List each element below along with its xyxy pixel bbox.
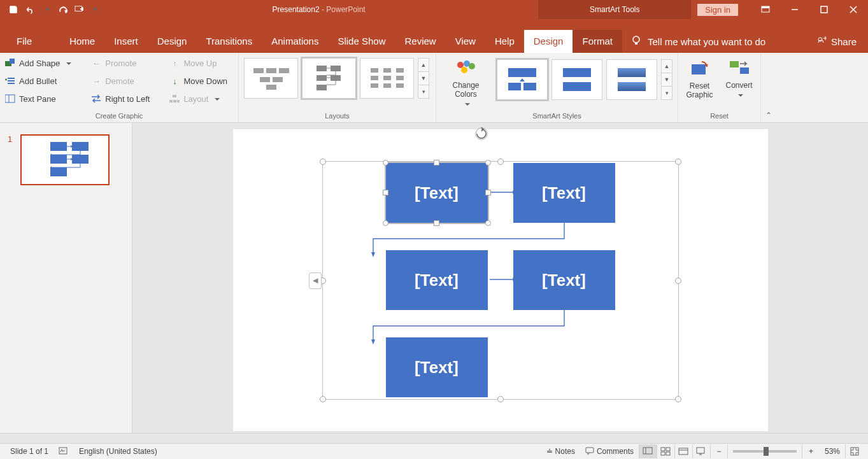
smartart-node-1[interactable]: [Text] [386, 163, 488, 223]
redo-icon[interactable] [55, 1, 71, 18]
ribbon-display-options-icon[interactable] [751, 0, 780, 19]
gallery-up-icon[interactable]: ▲ [662, 60, 672, 73]
language-indicator[interactable]: English (United States) [74, 444, 162, 459]
gallery-more-icon[interactable]: ▾ [418, 85, 429, 98]
doc-name: Presentation2 [273, 5, 320, 14]
minimize-icon[interactable] [780, 0, 809, 19]
normal-view-icon[interactable] [639, 444, 657, 458]
gallery-down-icon[interactable]: ▼ [662, 73, 672, 87]
undo-more-icon[interactable] [38, 1, 55, 18]
right-to-left-button[interactable]: Right to Left [90, 91, 157, 106]
slideshow-view-icon[interactable] [692, 444, 710, 458]
layout-button[interactable]: Layout [168, 91, 234, 106]
notes-label: Notes [555, 447, 575, 456]
save-icon[interactable] [5, 1, 22, 18]
fit-to-window-icon[interactable] [845, 444, 863, 458]
spellcheck-icon[interactable] [53, 444, 74, 459]
svg-rect-27 [317, 75, 327, 81]
start-from-beginning-icon[interactable] [71, 1, 88, 18]
close-icon[interactable] [839, 0, 868, 19]
styles-gallery-scroll[interactable]: ▲▼▾ [661, 59, 672, 100]
ribbon-tabs: File Home Insert Design Transitions Anim… [0, 19, 868, 53]
convert-button[interactable]: Convert [721, 57, 758, 100]
comments-button[interactable]: Comments [580, 444, 639, 459]
tab-review[interactable]: Review [395, 30, 445, 53]
maximize-icon[interactable] [809, 0, 839, 19]
move-down-label: Move Down [183, 76, 227, 86]
sign-in-button[interactable]: Sign in [697, 4, 738, 16]
smartart-node-5[interactable]: [Text] [386, 337, 488, 397]
layout-option-3[interactable] [360, 58, 414, 99]
layout-option-1[interactable] [244, 58, 298, 99]
smartart-node-2[interactable]: [Text] [513, 163, 615, 223]
text-pane-toggle-icon[interactable]: ◀ [309, 272, 322, 289]
tab-help[interactable]: Help [485, 30, 524, 53]
add-bullet-button[interactable]: Add Bullet [4, 73, 78, 88]
zoom-slider[interactable] [733, 450, 797, 453]
demote-button[interactable]: →Demote [90, 73, 157, 88]
zoom-in-button[interactable]: + [802, 444, 820, 458]
tab-view[interactable]: View [446, 30, 485, 53]
svg-rect-19 [253, 68, 264, 73]
layout-option-2[interactable] [302, 58, 356, 99]
move-up-button[interactable]: ↑Move Up [168, 55, 234, 71]
style-option-3[interactable] [606, 59, 657, 100]
svg-rect-15 [173, 95, 176, 97]
reading-view-icon[interactable] [674, 444, 692, 458]
undo-icon[interactable] [22, 1, 38, 18]
share-button[interactable]: Share [811, 30, 863, 53]
svg-rect-52 [740, 67, 749, 74]
arrow-left-icon: ← [91, 58, 101, 68]
tab-home[interactable]: Home [60, 30, 104, 53]
zoom-out-button[interactable]: − [710, 444, 728, 458]
smartart-node-5-text: [Text] [415, 358, 459, 378]
thumbnail-preview [20, 134, 110, 185]
tab-insert[interactable]: Insert [104, 30, 148, 53]
zoom-slider-handle[interactable] [764, 447, 769, 456]
zoom-level[interactable]: 53% [820, 444, 845, 459]
add-shape-button[interactable]: Add Shape [4, 55, 78, 71]
share-label: Share [831, 36, 857, 47]
work-area: 1 ◀ [0, 123, 868, 433]
gallery-up-icon[interactable]: ▲ [418, 59, 429, 72]
tab-design[interactable]: Design [148, 30, 197, 53]
tab-animations[interactable]: Animations [262, 30, 328, 53]
layouts-gallery-scroll[interactable]: ▲▼▾ [418, 58, 429, 99]
app-name: PowerPoint [326, 5, 365, 14]
slide-thumbnails-panel: 1 [0, 123, 132, 433]
promote-button[interactable]: ←Promote [90, 55, 157, 71]
qat-customize-icon[interactable] [88, 1, 99, 18]
group-label-reset: Reset [682, 111, 757, 121]
move-down-button[interactable]: ↓Move Down [168, 73, 234, 88]
group-reset: Reset Graphic Convert Reset [678, 53, 761, 122]
tab-smartart-format[interactable]: Format [573, 30, 622, 53]
text-pane-button[interactable]: Text Pane [4, 91, 78, 106]
smartart-node-4[interactable]: [Text] [513, 250, 615, 310]
change-colors-button[interactable]: Change Colors [440, 57, 492, 109]
smartart-node-3[interactable]: [Text] [386, 250, 488, 310]
thumbnail-slide-1[interactable]: 1 [0, 123, 132, 185]
tell-me-search[interactable]: Tell me what you want to do [622, 30, 774, 53]
slide-canvas-area[interactable]: ◀ [Text] [Text] [Text] [Text] [132, 123, 868, 433]
svg-point-39 [457, 62, 464, 68]
slide[interactable]: ◀ [Text] [Text] [Text] [Text] [233, 129, 768, 431]
horizontal-scrollbar[interactable] [0, 433, 868, 443]
tab-file[interactable]: File [5, 30, 43, 53]
collapse-ribbon-icon[interactable]: ⌃ [761, 53, 776, 122]
notes-button[interactable]: ≐Notes [541, 444, 580, 459]
gallery-down-icon[interactable]: ▼ [418, 72, 429, 85]
slide-indicator[interactable]: Slide 1 of 1 [5, 444, 53, 459]
title-sep: - [320, 5, 327, 14]
tab-transitions[interactable]: Transitions [196, 30, 262, 53]
tab-slideshow[interactable]: Slide Show [328, 30, 395, 53]
reset-graphic-button[interactable]: Reset Graphic [681, 57, 718, 100]
style-option-2[interactable] [551, 59, 602, 100]
text-pane-label: Text Pane [19, 94, 56, 104]
style-option-1[interactable] [497, 59, 548, 100]
slide-sorter-view-icon[interactable] [657, 444, 674, 458]
gallery-more-icon[interactable]: ▾ [662, 87, 672, 99]
rotation-handle-icon[interactable] [474, 127, 488, 143]
arrow-down-icon: ↓ [169, 76, 180, 86]
comments-icon [585, 447, 594, 456]
tab-smartart-design[interactable]: Design [524, 30, 573, 53]
